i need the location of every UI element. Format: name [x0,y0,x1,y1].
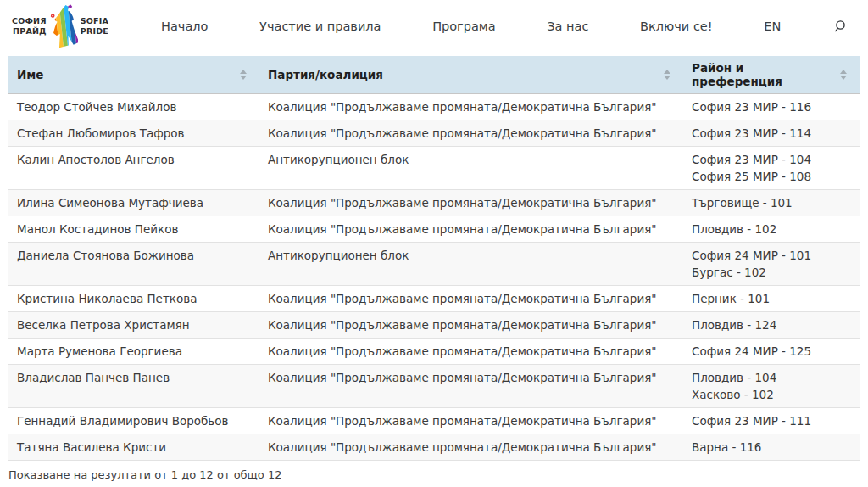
table-row: Манол Костадинов Пейков Коалиция "Продъл… [8,216,860,243]
search-icon [834,20,848,33]
cell-name: Марта Руменова Георгиева [8,339,259,365]
column-header-party-label: Партия/коалиция [268,68,383,81]
cell-name: Владислав Панчев Панев [8,365,259,408]
cell-party: Коалиция "Продължаваме промяната/Демокра… [259,312,683,339]
cell-party: Коалиция "Продължаваме промяната/Демокра… [259,216,683,243]
preference-line: София 23 МИР - 114 [692,125,851,142]
table-row: Геннадий Владимирович Воробьов Коалиция … [8,408,860,434]
preference-line: Търговище - 101 [692,194,851,211]
cell-party: Коалиция "Продължаваме промяната/Демокра… [259,190,683,216]
column-header-name[interactable]: Име [8,56,259,94]
cell-prefs: София 24 МИР - 101Бургас - 102 [683,243,860,286]
cell-prefs: Варна - 116 [683,434,860,461]
preference-line: Пловдив - 104 [692,369,851,386]
table-row: Марта Руменова Георгиева Коалиция "Продъ… [8,339,860,365]
cell-name: Кристина Николаева Петкова [8,286,259,312]
table-row: Даниела Стоянова Божинова Антикорупционе… [8,243,860,286]
nav-item-rules[interactable]: Участие и правила [259,20,381,33]
logo-text-bulgarian: СОФИЯ ПРАЙД [12,16,47,37]
table-row: Теодор Стойчев Михайлов Коалиция "Продъл… [8,94,860,120]
preference-line: Пловдив - 124 [692,316,851,333]
preference-line: Перник - 101 [692,290,851,307]
cell-name: Калин Апостолов Ангелов [8,147,259,190]
cell-name: Илина Симеонова Мутафчиева [8,190,259,216]
candidates-table-section: Име Партия/коалиция Район и преференция [8,56,860,461]
cell-prefs: Пловдив - 104Хасково - 102 [683,365,860,408]
column-header-party[interactable]: Партия/коалиция [259,56,683,94]
cell-prefs: Търговище - 101 [683,190,860,216]
nav-item-language-en[interactable]: EN [764,20,781,33]
cell-prefs: Перник - 101 [683,286,860,312]
cell-name: Манол Костадинов Пейков [8,216,259,243]
cell-name: Стефан Любомиров Тафров [8,120,259,147]
column-header-district[interactable]: Район и преференция [683,56,860,94]
cell-party: Коалиция "Продължаваме промяната/Демокра… [259,120,683,147]
cell-name: Татяна Василева Кристи [8,434,259,461]
preference-line: Бургас - 102 [692,264,851,281]
cell-name: Геннадий Владимирович Воробьов [8,408,259,434]
pride-figure-icon [49,4,78,48]
nav-item-home[interactable]: Начало [161,20,208,33]
site-header: СОФИЯ ПРАЙД SOFIA PRIDE Начало Участи [0,0,868,53]
table-row: Кристина Николаева Петкова Коалиция "Про… [8,286,860,312]
sort-icon[interactable] [664,70,670,80]
preference-line: Варна - 116 [692,439,851,456]
nav-item-program[interactable]: Програма [432,20,496,33]
cell-prefs: София 23 МИР - 111 [683,408,860,434]
table-row: Веселка Петрова Христамян Коалиция "Прод… [8,312,860,339]
cell-name: Теодор Стойчев Михайлов [8,94,259,120]
table-row: Илина Симеонова Мутафчиева Коалиция "Про… [8,190,860,216]
nav-item-get-involved[interactable]: Включи се! [640,20,713,33]
cell-prefs: Пловдив - 124 [683,312,860,339]
table-row: Владислав Панчев Панев Коалиция "Продълж… [8,365,860,408]
cell-prefs: София 23 МИР - 104София 25 МИР - 108 [683,147,860,190]
column-header-district-label: Район и преференция [692,61,833,88]
search-button[interactable] [832,18,849,35]
preference-line: Пловдив - 102 [692,221,851,238]
cell-prefs: София 23 МИР - 116 [683,94,860,120]
table-row: Стефан Любомиров Тафров Коалиция "Продъл… [8,120,860,147]
cell-party: Коалиция "Продължаваме промяната/Демокра… [259,434,683,461]
preference-line: София 25 МИР - 108 [692,168,851,185]
main-nav: Начало Участие и правила Програма За нас… [161,18,849,35]
preference-line: Хасково - 102 [692,386,851,403]
cell-party: Коалиция "Продължаваме промяната/Демокра… [259,365,683,408]
cell-name: Веселка Петрова Христамян [8,312,259,339]
preference-line: София 24 МИР - 125 [692,343,851,360]
results-info: Показване на резултати от 1 до 12 от общ… [8,468,860,481]
table-header: Име Партия/коалиция Район и преференция [8,56,860,94]
sort-icon[interactable] [240,70,247,80]
preference-line: София 23 МИР - 111 [692,412,851,429]
cell-party: Антикорупционен блок [259,243,683,286]
cell-party: Коалиция "Продължаваме промяната/Демокра… [259,408,683,434]
cell-party: Коалиция "Продължаваме промяната/Демокра… [259,339,683,365]
results-table-body: Теодор Стойчев Михайлов Коалиция "Продъл… [8,94,860,461]
cell-name: Даниела Стоянова Божинова [8,243,259,286]
candidates-table: Име Партия/коалиция Район и преференция [8,56,860,461]
table-row: Калин Апостолов Ангелов Антикорупционен … [8,147,860,190]
sort-icon[interactable] [840,70,847,80]
cell-party: Коалиция "Продължаваме промяната/Демокра… [259,286,683,312]
preference-line: София 23 МИР - 116 [692,98,851,115]
cell-party: Коалиция "Продължаваме промяната/Демокра… [259,94,683,120]
table-row: Татяна Василева Кристи Коалиция "Продълж… [8,434,860,461]
cell-party: Антикорупционен блок [259,147,683,190]
nav-item-about[interactable]: За нас [547,20,588,33]
preference-line: София 23 МИР - 104 [692,151,851,168]
cell-prefs: Пловдив - 102 [683,216,860,243]
cell-prefs: София 23 МИР - 114 [683,120,860,147]
column-header-name-label: Име [17,68,44,81]
cell-prefs: София 24 МИР - 125 [683,339,860,365]
logo[interactable]: СОФИЯ ПРАЙД SOFIA PRIDE [12,4,108,48]
preference-line: София 24 МИР - 101 [692,247,851,264]
logo-text-english: SOFIA PRIDE [81,16,108,37]
